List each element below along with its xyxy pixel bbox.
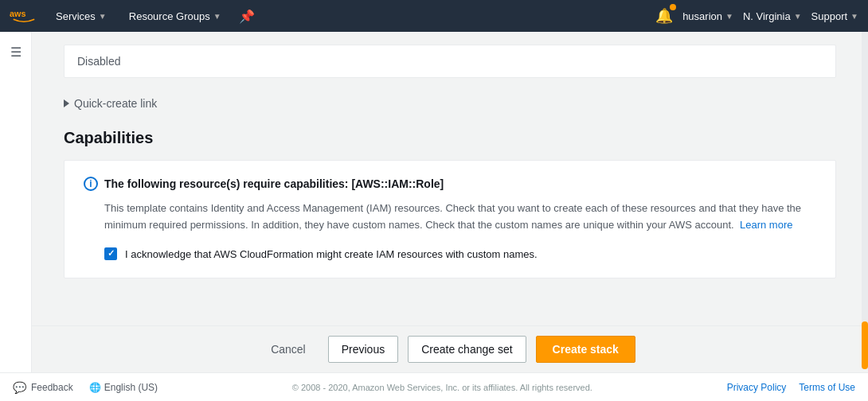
footer: 💬 Feedback 🌐 English (US) © 2008 - 2020,… [0, 372, 868, 401]
previous-button[interactable]: Previous [328, 336, 398, 363]
user-chevron: ▼ [725, 12, 733, 21]
services-nav[interactable]: Services ▼ [51, 7, 111, 25]
resource-groups-label: Resource Groups [129, 10, 210, 22]
create-change-set-button[interactable]: Create change set [408, 336, 526, 363]
acknowledge-text: I acknowledge that AWS CloudFormation mi… [125, 247, 538, 263]
user-label: husarion [682, 10, 722, 22]
capabilities-section: Capabilities i The following resource(s)… [64, 129, 836, 278]
nav-right: 🔔 husarion ▼ N. Virginia ▼ Support ▼ [655, 7, 858, 25]
scrollbar-thumb[interactable] [862, 321, 868, 369]
scrollbar-track [862, 32, 868, 369]
learn-more-link[interactable]: Learn more [740, 219, 792, 231]
cancel-button[interactable]: Cancel [258, 337, 319, 362]
sidebar: ☰ [0, 32, 32, 401]
services-chevron: ▼ [99, 12, 107, 21]
top-nav: aws Services ▼ Resource Groups ▼ 📌 🔔 hus… [0, 0, 868, 32]
svg-text:aws: aws [10, 9, 25, 18]
pin-icon[interactable]: 📌 [239, 9, 255, 24]
globe-icon: 🌐 [89, 382, 101, 393]
notification-icon[interactable]: 🔔 [655, 7, 673, 25]
services-label: Services [56, 10, 96, 22]
action-bar: Cancel Previous Create change set Create… [32, 325, 862, 372]
terms-of-use-link[interactable]: Terms of Use [799, 382, 855, 393]
capabilities-header: i The following resource(s) require capa… [84, 177, 816, 191]
hamburger-menu[interactable]: ☰ [7, 41, 25, 63]
privacy-policy-link[interactable]: Privacy Policy [727, 382, 787, 393]
capabilities-header-text: The following resource(s) require capabi… [104, 177, 444, 190]
support-label: Support [811, 10, 848, 22]
feedback-button[interactable]: 💬 Feedback [13, 381, 73, 394]
copyright: © 2008 - 2020, Amazon Web Services, Inc.… [158, 383, 727, 392]
disabled-box: Disabled [64, 45, 836, 78]
resource-groups-nav[interactable]: Resource Groups ▼ [124, 7, 226, 25]
support-menu[interactable]: Support ▼ [811, 10, 858, 22]
language-label: English (US) [104, 382, 158, 393]
disabled-text: Disabled [77, 55, 120, 68]
aws-logo[interactable]: aws [10, 6, 38, 25]
capabilities-title: Capabilities [64, 129, 836, 147]
quick-create-triangle-icon [64, 99, 69, 107]
acknowledge-row: I acknowledge that AWS CloudFormation mi… [84, 247, 816, 263]
capabilities-body-text: This template contains Identity and Acce… [104, 202, 801, 231]
create-stack-button[interactable]: Create stack [536, 336, 635, 363]
capabilities-box: i The following resource(s) require capa… [64, 160, 836, 278]
capabilities-body: This template contains Identity and Acce… [84, 200, 816, 234]
notification-badge [670, 4, 676, 10]
language-selector[interactable]: 🌐 English (US) [89, 382, 158, 393]
region-chevron: ▼ [794, 12, 802, 21]
region-menu[interactable]: N. Virginia ▼ [743, 10, 802, 22]
quick-create-label: Quick-create link [74, 97, 157, 110]
region-label: N. Virginia [743, 10, 791, 22]
resource-groups-chevron: ▼ [213, 12, 221, 21]
user-menu[interactable]: husarion ▼ [682, 10, 733, 22]
info-icon: i [84, 177, 98, 191]
footer-links: Privacy Policy Terms of Use [727, 382, 855, 393]
support-chevron: ▼ [850, 12, 858, 21]
feedback-icon: 💬 [13, 381, 26, 394]
feedback-label: Feedback [31, 382, 73, 393]
acknowledge-checkbox[interactable] [104, 247, 117, 260]
quick-create-link[interactable]: Quick-create link [64, 97, 836, 110]
